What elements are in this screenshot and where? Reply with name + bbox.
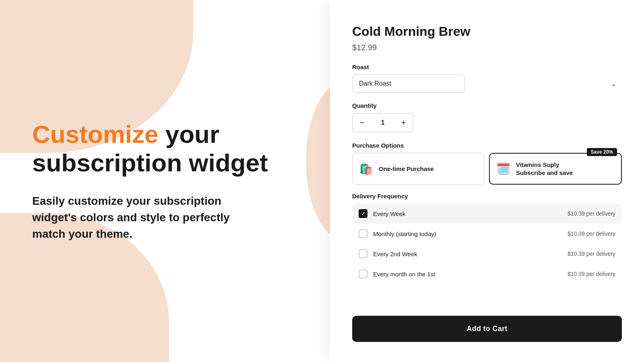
checkbox-monthly-today <box>359 229 367 238</box>
quantity-decrement-button[interactable]: − <box>352 113 372 132</box>
delivery-label: Delivery Frequency <box>352 193 622 200</box>
freq-label-monthly-1st: Every month on the 1st <box>373 271 435 278</box>
roast-label: Roast <box>352 64 622 70</box>
headline-orange: Customize <box>32 120 158 148</box>
frequency-monthly-today[interactable]: Monthly (starting today) $10.39 per deli… <box>352 224 622 244</box>
purchase-options-label: Purchase Options <box>352 142 622 149</box>
subscribe-icon: 🗓️ <box>496 162 510 175</box>
quantity-controls: − 1 + <box>352 113 622 132</box>
product-widget: Cold Morning Brew $12.99 Roast Dark Roas… <box>330 0 644 362</box>
quantity-increment-button[interactable]: + <box>394 113 413 132</box>
freq-price-every-week: $10.39 per delivery <box>568 210 615 217</box>
checkbox-every-week <box>359 209 367 218</box>
one-time-label: One-time Purchase <box>379 165 434 173</box>
roast-select-wrapper[interactable]: Dark Roast Medium Roast Light Roast ⌄ <box>352 74 622 93</box>
frequency-monthly-1st[interactable]: Every month on the 1st $10.39 per delive… <box>352 264 622 284</box>
freq-label-every-2nd-week: Every 2nd Week <box>373 251 417 257</box>
frequency-every-week[interactable]: Every Week $10.39 per delivery <box>352 204 622 224</box>
freq-price-every-2nd-week: $10.39 per delivery <box>568 251 615 257</box>
chevron-down-icon: ⌄ <box>611 80 616 87</box>
freq-price-monthly-today: $10.39 per delivery <box>568 230 615 237</box>
quantity-value: 1 <box>372 113 394 132</box>
delivery-frequency-section: Delivery Frequency Every Week $10.39 per… <box>352 193 622 284</box>
checkbox-monthly-1st <box>359 269 367 278</box>
main-headline: Customize yoursubscription widget <box>32 120 268 177</box>
quantity-section: Quantity − 1 + <box>352 102 622 132</box>
left-content: Customize yoursubscription widget Easily… <box>0 0 346 362</box>
quantity-label: Quantity <box>352 102 622 109</box>
roast-select[interactable]: Dark Roast Medium Roast Light Roast <box>352 74 465 93</box>
purchase-options-section: Purchase Options 🛍️ One-time Purchase Sa… <box>352 142 622 185</box>
product-title: Cold Morning Brew <box>352 24 622 39</box>
product-price: $12.99 <box>352 43 622 52</box>
subscribe-label: Vitamins SuplySubscribe and save <box>516 161 573 177</box>
purchase-option-one-time[interactable]: 🛍️ One-time Purchase <box>352 153 484 185</box>
freq-label-every-week: Every Week <box>373 210 406 217</box>
save-badge: Save 20% <box>587 148 617 156</box>
purchase-option-subscribe[interactable]: Save 20% 🗓️ Vitamins SuplySubscribe and … <box>489 153 622 185</box>
checkbox-every-2nd-week <box>359 249 367 258</box>
left-text: Customize yoursubscription widget Easily… <box>32 120 268 242</box>
purchase-options-grid: 🛍️ One-time Purchase Save 20% 🗓️ Vitamin… <box>352 153 622 185</box>
subtext: Easily customize your subscriptionwidget… <box>32 193 268 242</box>
freq-label-monthly-today: Monthly (starting today) <box>373 230 436 237</box>
one-time-icon: 🛍️ <box>359 162 373 175</box>
frequency-every-2nd-week[interactable]: Every 2nd Week $10.39 per delivery <box>352 244 622 264</box>
frequency-list: Every Week $10.39 per delivery Monthly (… <box>352 204 622 284</box>
add-to-cart-button[interactable]: Add to Cart <box>352 316 622 342</box>
freq-price-monthly-1st: $10.39 per delivery <box>568 271 615 277</box>
